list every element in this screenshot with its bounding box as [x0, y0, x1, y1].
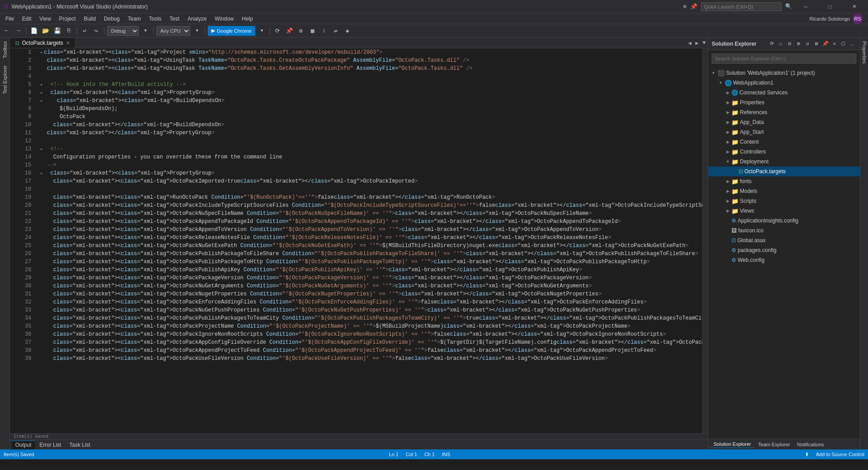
code-line-34[interactable]: class="xml-bracket"><class="xml-tag">Oct…	[40, 314, 702, 322]
expand-icon[interactable]: ▶	[724, 199, 731, 203]
code-line-30[interactable]: class="xml-bracket"><class="xml-tag">Oct…	[40, 282, 702, 290]
menu-view[interactable]: View	[36, 14, 55, 24]
minimize-btn[interactable]: ─	[795, 0, 816, 13]
tab-list-btn[interactable]: ▼	[700, 38, 708, 48]
expand-icon[interactable]: ▶	[724, 130, 731, 134]
menu-debug[interactable]: Debug	[100, 14, 123, 24]
expand-icon[interactable]: ▶	[724, 100, 731, 105]
code-line-22[interactable]: class="xml-bracket"><class="xml-tag">Oct…	[40, 218, 702, 226]
platform-select[interactable]: Any CPU	[156, 26, 190, 36]
toolbar-save[interactable]: 💾	[52, 26, 62, 36]
code-line-4[interactable]	[40, 73, 702, 81]
tree-item-deployment[interactable]: ▼📁Deployment	[708, 157, 860, 167]
tree-item-global-asax[interactable]: ⊡Global.asax	[708, 235, 860, 245]
tree-item-packages-config[interactable]: ⚙packages.config	[708, 245, 860, 255]
tree-item-controllers[interactable]: ▶📁Controllers	[708, 147, 860, 157]
code-line-5[interactable]: ▸ <!-- Hook into the AfterBuild activity…	[40, 81, 702, 89]
toolbar-undo[interactable]: ↩	[80, 26, 90, 36]
menu-build[interactable]: Build	[80, 14, 99, 24]
collapse-icon[interactable]: ▸	[40, 82, 43, 87]
se-search-input[interactable]	[712, 54, 856, 64]
collapse-icon[interactable]: ▸	[40, 171, 43, 176]
expand-icon[interactable]: ▶	[724, 209, 731, 213]
se-tab-notifications[interactable]: Notifications	[794, 441, 828, 448]
code-line-8[interactable]: $(BuildDependsOn);	[40, 105, 702, 113]
avatar[interactable]: RS	[853, 14, 863, 24]
se-tab-team-explorer[interactable]: Team Explorer	[755, 441, 794, 448]
platform-btn[interactable]: ▼	[192, 26, 202, 36]
code-lines[interactable]: ▸class="xml-bracket"><class="xml-tag">Pr…	[37, 48, 702, 433]
code-line-28[interactable]: class="xml-bracket"><class="xml-tag">Oct…	[40, 266, 702, 274]
code-line-39[interactable]: class="xml-bracket"><class="xml-tag">Oct…	[40, 355, 702, 363]
menu-test[interactable]: Test	[166, 14, 183, 24]
code-line-26[interactable]: class="xml-bracket"><class="xml-tag">Oct…	[40, 250, 702, 258]
toolbar-btn7[interactable]: ◈	[343, 26, 352, 36]
toolbar-btn2[interactable]: 📌	[284, 26, 294, 36]
code-line-6[interactable]: ▸ class="xml-bracket"><class="xml-tag">P…	[40, 89, 702, 97]
code-line-21[interactable]: class="xml-bracket"><class="xml-tag">Oct…	[40, 209, 702, 218]
se-btn-refresh[interactable]: ↺	[804, 40, 812, 48]
expand-icon[interactable]: ▶	[724, 120, 731, 124]
tab-scroll-left[interactable]: ◀	[686, 38, 693, 48]
code-line-2[interactable]: class="xml-bracket"><class="xml-tag">Usi…	[40, 56, 702, 64]
menu-analyze[interactable]: Analyze	[184, 14, 211, 24]
toolbar-save-all[interactable]: ⎘	[64, 26, 74, 36]
tree-item-connected-services[interactable]: ▶🌐Connected Services	[708, 88, 860, 98]
code-line-38[interactable]: class="xml-bracket"><class="xml-tag">Oct…	[40, 346, 702, 355]
code-line-23[interactable]: class="xml-bracket"><class="xml-tag">Oct…	[40, 226, 702, 234]
menu-file[interactable]: File	[2, 14, 17, 24]
code-line-35[interactable]: class="xml-bracket"><class="xml-tag">Oct…	[40, 322, 702, 330]
toolbar-redo[interactable]: ↪	[91, 26, 101, 36]
code-line-11[interactable]: class="xml-bracket"></class="xml-tag">Pr…	[40, 129, 702, 137]
code-line-16[interactable]: ▸ class="xml-bracket"><class="xml-tag">P…	[40, 169, 702, 177]
menu-help[interactable]: Help	[238, 14, 257, 24]
tree-item-app-data[interactable]: ▶📁App_Data	[708, 117, 860, 127]
code-line-32[interactable]: class="xml-bracket"><class="xml-tag">Oct…	[40, 298, 702, 306]
collapse-icon[interactable]: ▸	[40, 90, 43, 95]
tree-solution[interactable]: ▼ ⬛ Solution 'WebApplication1' (1 projec…	[708, 68, 860, 78]
tree-item-web-config[interactable]: ⚙Web.config	[708, 255, 860, 265]
se-btn-more[interactable]: …	[848, 40, 856, 48]
source-control-label[interactable]: Add to Source Control	[816, 452, 864, 457]
tree-item-models[interactable]: ▶📁Models	[708, 186, 860, 196]
code-line-27[interactable]: class="xml-bracket"><class="xml-tag">Oct…	[40, 258, 702, 266]
collapse-icon[interactable]: ▸	[40, 50, 43, 55]
code-line-19[interactable]: class="xml-bracket"><class="xml-tag">Run…	[40, 193, 702, 201]
code-line-29[interactable]: class="xml-bracket"><class="xml-tag">Oct…	[40, 274, 702, 282]
se-btn-close[interactable]: ✕	[830, 40, 838, 48]
code-line-36[interactable]: class="xml-bracket"><class="xml-tag">Oct…	[40, 330, 702, 338]
tree-item-references[interactable]: ▶📁References	[708, 107, 860, 117]
test-explorer-tab[interactable]: Test Explorer	[1, 62, 9, 98]
toolbar-btn4[interactable]: ▦	[308, 26, 318, 36]
toolbox-tab[interactable]: Toolbox	[1, 38, 9, 62]
expand-icon[interactable]: ▶	[724, 140, 731, 144]
tab-scroll-right[interactable]: ▶	[693, 38, 700, 48]
tree-item-content[interactable]: ▶📁Content	[708, 137, 860, 147]
code-line-31[interactable]: class="xml-bracket"><class="xml-tag">Oct…	[40, 290, 702, 298]
properties-label[interactable]: Properties	[861, 38, 868, 67]
debug-config-select[interactable]: Debug Release	[107, 26, 139, 36]
output-tab-errorlist[interactable]: Error List	[36, 440, 65, 449]
tree-item-octopack-targets[interactable]: ⊡OctoPack.targets	[708, 167, 860, 176]
editor-tab-octopak[interactable]: ⊡ OctoPack.targets ✕	[10, 38, 76, 48]
debug-config-btn[interactable]: ▼	[141, 26, 150, 36]
tree-item-app-start[interactable]: ▶📁App_Start	[708, 127, 860, 137]
se-btn-home[interactable]: ⌂	[777, 40, 785, 48]
output-tab-tasklist[interactable]: Task List	[66, 440, 94, 449]
code-line-24[interactable]: class="xml-bracket"><class="xml-tag">Oct…	[40, 234, 702, 242]
menu-project[interactable]: Project	[56, 14, 79, 24]
code-line-37[interactable]: class="xml-bracket"><class="xml-tag">Oct…	[40, 338, 702, 346]
tree-item-fonts[interactable]: ▶📁fonts	[708, 176, 860, 186]
tree-item-views[interactable]: ▶📁Views	[708, 206, 860, 216]
menu-team[interactable]: Team	[124, 14, 144, 24]
toolbar-btn1[interactable]: ⟳	[273, 26, 283, 36]
code-line-9[interactable]: OctoPack	[40, 113, 702, 121]
code-line-12[interactable]	[40, 137, 702, 145]
se-btn-props[interactable]: ⊞	[795, 40, 803, 48]
run-button[interactable]: ▶ Google Chrome	[208, 26, 255, 36]
code-line-1[interactable]: ▸class="xml-bracket"><class="xml-tag">Pr…	[40, 48, 702, 56]
expand-icon[interactable]: ▶	[724, 110, 731, 115]
toolbar-new[interactable]: 📄	[29, 26, 39, 36]
code-line-20[interactable]: class="xml-bracket"><class="xml-tag">Oct…	[40, 201, 702, 209]
se-btn-collapse[interactable]: ⊠	[812, 40, 821, 48]
